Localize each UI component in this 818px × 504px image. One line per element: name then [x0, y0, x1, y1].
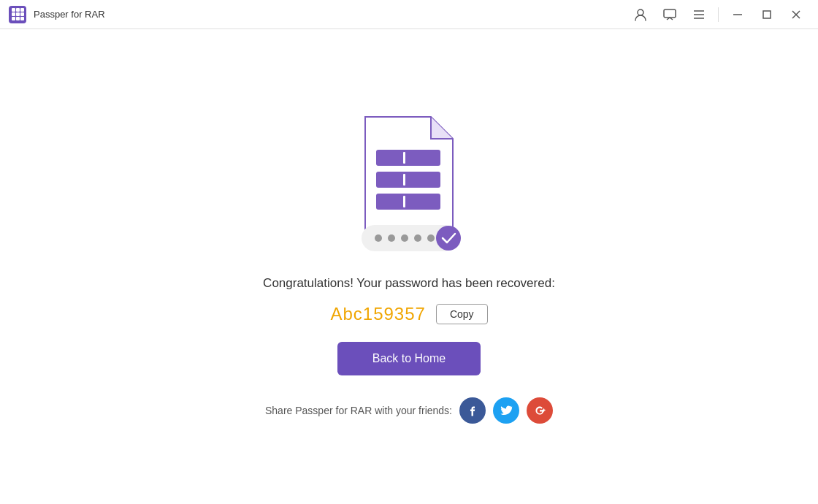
main-content: Congratulations! Your password has been … — [0, 29, 818, 504]
svg-rect-13 — [376, 194, 440, 210]
maximize-button[interactable] — [754, 1, 780, 28]
svg-point-19 — [414, 234, 421, 242]
svg-rect-12 — [403, 174, 405, 186]
share-text: Share Passper for RAR with your friends: — [265, 405, 452, 416]
rar-illustration — [351, 110, 467, 259]
icon-cell — [16, 12, 20, 16]
app-icon — [9, 6, 26, 23]
icon-cell — [12, 8, 15, 12]
congrats-text: Congratulations! Your password has been … — [263, 276, 555, 291]
menu-button[interactable] — [686, 1, 712, 28]
icon-cell — [20, 12, 24, 16]
svg-point-16 — [375, 234, 382, 242]
svg-rect-10 — [403, 152, 405, 164]
chat-button[interactable] — [657, 1, 683, 28]
svg-point-17 — [388, 234, 395, 242]
icon-cell — [20, 8, 24, 12]
copy-button[interactable]: Copy — [436, 304, 488, 324]
titlebar: Passper for RAR — [0, 0, 818, 29]
app-icon-grid — [12, 8, 24, 20]
titlebar-separator — [718, 7, 719, 22]
account-button[interactable] — [627, 1, 654, 28]
app-title: Passper for RAR — [34, 9, 105, 20]
icon-cell — [16, 17, 20, 20]
titlebar-controls — [627, 1, 809, 28]
password-value: Abc159357 — [330, 304, 425, 324]
icon-cell — [20, 17, 24, 20]
svg-point-22 — [436, 226, 461, 251]
share-row: Share Passper for RAR with your friends: — [265, 397, 553, 424]
twitter-button[interactable] — [493, 397, 519, 424]
svg-rect-14 — [403, 196, 405, 207]
icon-cell — [12, 12, 15, 16]
svg-rect-1 — [664, 9, 676, 18]
svg-rect-6 — [763, 11, 771, 18]
svg-rect-9 — [376, 150, 440, 166]
titlebar-left: Passper for RAR — [9, 6, 105, 23]
close-button[interactable] — [783, 1, 809, 28]
back-to-home-button[interactable]: Back to Home — [337, 342, 481, 375]
svg-point-20 — [427, 234, 435, 242]
svg-point-18 — [401, 234, 408, 242]
svg-rect-11 — [376, 172, 440, 188]
googleplus-button[interactable] — [527, 397, 553, 424]
svg-point-0 — [638, 9, 643, 15]
password-row: Abc159357 Copy — [330, 304, 487, 324]
icon-cell — [12, 17, 15, 20]
minimize-button[interactable] — [725, 1, 751, 28]
facebook-button[interactable] — [459, 397, 486, 424]
icon-cell — [16, 8, 20, 12]
